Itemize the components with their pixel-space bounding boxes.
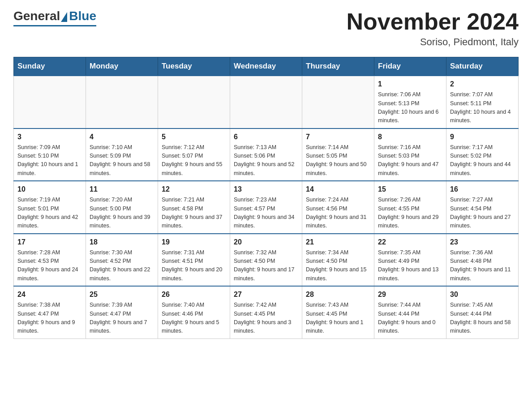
day-number: 10 [17,184,82,195]
day-info: Sunrise: 7:26 AMSunset: 4:55 PMDaylight:… [378,196,442,231]
day-info: Sunrise: 7:42 AMSunset: 4:45 PMDaylight:… [234,301,298,336]
location-text: Soriso, Piedmont, Italy [347,36,519,48]
calendar-cell: 19Sunrise: 7:31 AMSunset: 4:51 PMDayligh… [158,234,230,287]
day-number: 5 [162,132,226,142]
day-number: 24 [17,289,82,300]
weekday-header-thursday: Thursday [302,57,374,76]
calendar-week-row: 1Sunrise: 7:06 AMSunset: 5:13 PMDaylight… [14,76,519,128]
day-number: 11 [90,184,154,195]
day-number: 18 [90,237,154,248]
logo: General Blue [13,9,96,26]
calendar-cell [158,76,230,128]
calendar-cell: 5Sunrise: 7:12 AMSunset: 5:07 PMDaylight… [158,128,230,181]
day-info: Sunrise: 7:24 AMSunset: 4:56 PMDaylight:… [306,196,370,231]
day-info: Sunrise: 7:19 AMSunset: 5:01 PMDaylight:… [17,196,82,231]
day-info: Sunrise: 7:20 AMSunset: 5:00 PMDaylight:… [90,196,154,231]
day-number: 29 [378,289,442,300]
weekday-header-monday: Monday [86,57,158,76]
calendar-cell: 25Sunrise: 7:39 AMSunset: 4:47 PMDayligh… [86,286,158,338]
calendar-cell: 21Sunrise: 7:34 AMSunset: 4:50 PMDayligh… [302,234,374,287]
day-number: 7 [306,132,370,142]
calendar-cell: 8Sunrise: 7:16 AMSunset: 5:03 PMDaylight… [374,128,446,181]
day-number: 25 [90,289,154,300]
calendar-week-row: 3Sunrise: 7:09 AMSunset: 5:10 PMDaylight… [14,128,519,181]
weekday-header-friday: Friday [374,57,446,76]
day-info: Sunrise: 7:13 AMSunset: 5:06 PMDaylight:… [234,143,298,178]
calendar-cell: 2Sunrise: 7:07 AMSunset: 5:11 PMDaylight… [446,76,519,128]
calendar-cell: 10Sunrise: 7:19 AMSunset: 5:01 PMDayligh… [14,181,86,234]
day-number: 1 [378,79,442,90]
calendar-cell: 26Sunrise: 7:40 AMSunset: 4:46 PMDayligh… [158,286,230,338]
page-header: General Blue November 2024 Soriso, Piedm… [13,9,519,48]
day-info: Sunrise: 7:40 AMSunset: 4:46 PMDaylight:… [162,301,226,336]
calendar-cell: 1Sunrise: 7:06 AMSunset: 5:13 PMDaylight… [374,76,446,128]
day-number: 9 [450,132,515,142]
day-info: Sunrise: 7:27 AMSunset: 4:54 PMDaylight:… [450,196,515,231]
day-number: 19 [162,237,226,248]
calendar-cell: 30Sunrise: 7:45 AMSunset: 4:44 PMDayligh… [446,286,519,338]
weekday-header-tuesday: Tuesday [158,57,230,76]
calendar-cell: 13Sunrise: 7:23 AMSunset: 4:57 PMDayligh… [230,181,302,234]
calendar-cell: 4Sunrise: 7:10 AMSunset: 5:09 PMDaylight… [86,128,158,181]
day-number: 28 [306,289,370,300]
day-info: Sunrise: 7:07 AMSunset: 5:11 PMDaylight:… [450,90,515,125]
logo-triangle-icon [61,12,67,22]
weekday-header-sunday: Sunday [14,57,86,76]
day-number: 15 [378,184,442,195]
day-number: 4 [90,132,154,142]
day-info: Sunrise: 7:06 AMSunset: 5:13 PMDaylight:… [378,90,442,125]
calendar-cell: 22Sunrise: 7:35 AMSunset: 4:49 PMDayligh… [374,234,446,287]
day-info: Sunrise: 7:28 AMSunset: 4:53 PMDaylight:… [17,248,82,283]
day-info: Sunrise: 7:17 AMSunset: 5:02 PMDaylight:… [450,143,515,178]
day-info: Sunrise: 7:31 AMSunset: 4:51 PMDaylight:… [162,248,226,283]
calendar-table: SundayMondayTuesdayWednesdayThursdayFrid… [13,57,519,339]
calendar-cell: 12Sunrise: 7:21 AMSunset: 4:58 PMDayligh… [158,181,230,234]
calendar-cell [14,76,86,128]
day-number: 22 [378,237,442,248]
calendar-cell: 11Sunrise: 7:20 AMSunset: 5:00 PMDayligh… [86,181,158,234]
title-block: November 2024 Soriso, Piedmont, Italy [347,9,519,48]
calendar-cell: 24Sunrise: 7:38 AMSunset: 4:47 PMDayligh… [14,286,86,338]
day-number: 16 [450,184,515,195]
calendar-cell: 14Sunrise: 7:24 AMSunset: 4:56 PMDayligh… [302,181,374,234]
calendar-cell: 29Sunrise: 7:44 AMSunset: 4:44 PMDayligh… [374,286,446,338]
logo-blue-text: Blue [69,9,96,23]
day-number: 13 [234,184,298,195]
day-number: 30 [450,289,515,300]
day-info: Sunrise: 7:35 AMSunset: 4:49 PMDaylight:… [378,248,442,283]
day-number: 23 [450,237,515,248]
calendar-cell: 23Sunrise: 7:36 AMSunset: 4:48 PMDayligh… [446,234,519,287]
calendar-cell: 15Sunrise: 7:26 AMSunset: 4:55 PMDayligh… [374,181,446,234]
calendar-cell [302,76,374,128]
weekday-header-wednesday: Wednesday [230,57,302,76]
day-number: 21 [306,237,370,248]
calendar-cell: 27Sunrise: 7:42 AMSunset: 4:45 PMDayligh… [230,286,302,338]
day-info: Sunrise: 7:45 AMSunset: 4:44 PMDaylight:… [450,301,515,336]
day-info: Sunrise: 7:09 AMSunset: 5:10 PMDaylight:… [17,143,82,178]
calendar-cell: 16Sunrise: 7:27 AMSunset: 4:54 PMDayligh… [446,181,519,234]
day-number: 26 [162,289,226,300]
day-info: Sunrise: 7:21 AMSunset: 4:58 PMDaylight:… [162,196,226,231]
calendar-cell: 7Sunrise: 7:14 AMSunset: 5:05 PMDaylight… [302,128,374,181]
calendar-cell: 20Sunrise: 7:32 AMSunset: 4:50 PMDayligh… [230,234,302,287]
day-number: 27 [234,289,298,300]
day-info: Sunrise: 7:30 AMSunset: 4:52 PMDaylight:… [90,248,154,283]
day-number: 3 [17,132,82,142]
day-info: Sunrise: 7:14 AMSunset: 5:05 PMDaylight:… [306,143,370,178]
calendar-cell: 28Sunrise: 7:43 AMSunset: 4:45 PMDayligh… [302,286,374,338]
day-info: Sunrise: 7:38 AMSunset: 4:47 PMDaylight:… [17,301,82,336]
weekday-header-row: SundayMondayTuesdayWednesdayThursdayFrid… [14,57,519,76]
day-number: 8 [378,132,442,142]
day-info: Sunrise: 7:10 AMSunset: 5:09 PMDaylight:… [90,143,154,178]
day-info: Sunrise: 7:23 AMSunset: 4:57 PMDaylight:… [234,196,298,231]
calendar-cell: 9Sunrise: 7:17 AMSunset: 5:02 PMDaylight… [446,128,519,181]
calendar-cell [230,76,302,128]
day-info: Sunrise: 7:43 AMSunset: 4:45 PMDaylight:… [306,301,370,336]
day-number: 12 [162,184,226,195]
day-info: Sunrise: 7:44 AMSunset: 4:44 PMDaylight:… [378,301,442,336]
day-number: 14 [306,184,370,195]
calendar-week-row: 17Sunrise: 7:28 AMSunset: 4:53 PMDayligh… [14,234,519,287]
day-number: 6 [234,132,298,142]
weekday-header-saturday: Saturday [446,57,519,76]
day-number: 20 [234,237,298,248]
